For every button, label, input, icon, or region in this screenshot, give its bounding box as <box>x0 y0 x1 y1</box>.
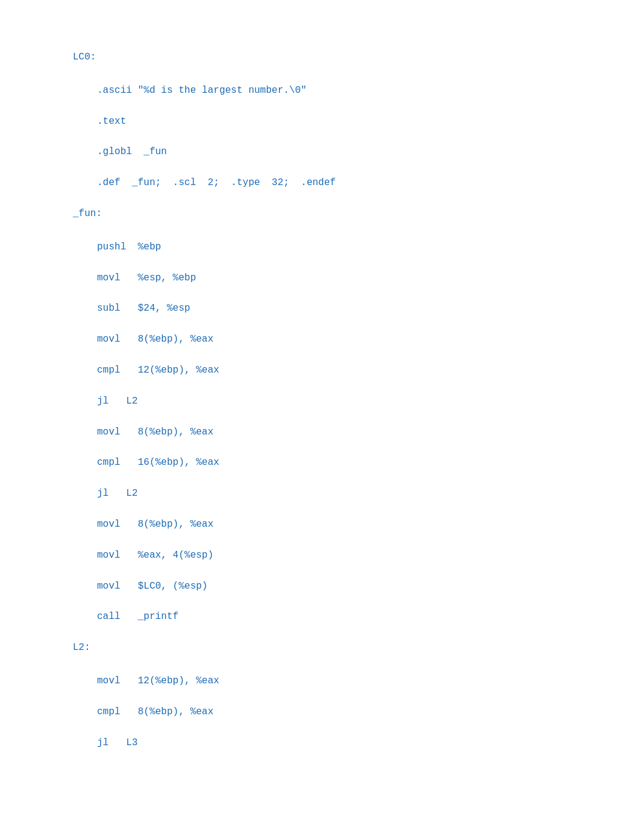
blank-line <box>73 474 644 485</box>
pushl-line: pushl %ebp <box>73 238 644 256</box>
ascii-line: .ascii "%d is the largest number.\0" <box>73 82 644 100</box>
lc0-label: LC0: <box>73 49 644 66</box>
blank-line <box>73 163 644 174</box>
blank-line <box>73 723 644 734</box>
movl4-line: movl 8(%ebp), %eax <box>73 516 644 533</box>
blank-line <box>73 382 644 393</box>
cmpl2-line: cmpl 16(%ebp), %eax <box>73 454 644 472</box>
l2-label: L2: <box>73 639 644 657</box>
code-display: LC0:.ascii "%d is the largest number.\0"… <box>73 49 644 751</box>
jl3-line: jl L3 <box>73 734 644 752</box>
subl-line: subl $24, %esp <box>73 300 644 317</box>
blank-line <box>73 567 644 578</box>
call-line: call _printf <box>73 608 644 626</box>
blank-line <box>73 289 644 300</box>
blank-line <box>73 692 644 703</box>
text-line: .text <box>73 113 644 130</box>
movl6-line: movl $LC0, (%esp) <box>73 578 644 595</box>
blank-line <box>73 505 644 516</box>
blank-line <box>73 194 644 205</box>
movl1-line: movl %esp, %ebp <box>73 269 644 287</box>
movl2-line: movl 8(%ebp), %eax <box>73 331 644 348</box>
def-line: .def _fun; .scl 2; .type 32; .endef <box>73 174 644 192</box>
blank-line <box>73 443 644 454</box>
blank-line <box>73 228 644 238</box>
fun-label: _fun: <box>73 205 644 223</box>
blank-line <box>73 132 644 143</box>
cmpl1-line: cmpl 12(%ebp), %eax <box>73 362 644 379</box>
blank-line <box>73 628 644 639</box>
blank-line <box>73 413 644 424</box>
blank-line <box>73 597 644 608</box>
blank-line <box>73 351 644 362</box>
blank-line <box>73 536 644 547</box>
movl5-line: movl %eax, 4(%esp) <box>73 547 644 564</box>
movl3-line: movl 8(%ebp), %eax <box>73 424 644 441</box>
movl7-line: movl 12(%ebp), %eax <box>73 672 644 690</box>
globl-line: .globl _fun <box>73 143 644 161</box>
jl2-line: jl L2 <box>73 485 644 502</box>
cmpl3-line: cmpl 8(%ebp), %eax <box>73 703 644 721</box>
blank-line <box>73 320 644 331</box>
blank-line <box>73 259 644 269</box>
blank-line <box>73 71 644 82</box>
blank-line <box>73 661 644 672</box>
jl1-line: jl L2 <box>73 393 644 410</box>
blank-line <box>73 102 644 113</box>
